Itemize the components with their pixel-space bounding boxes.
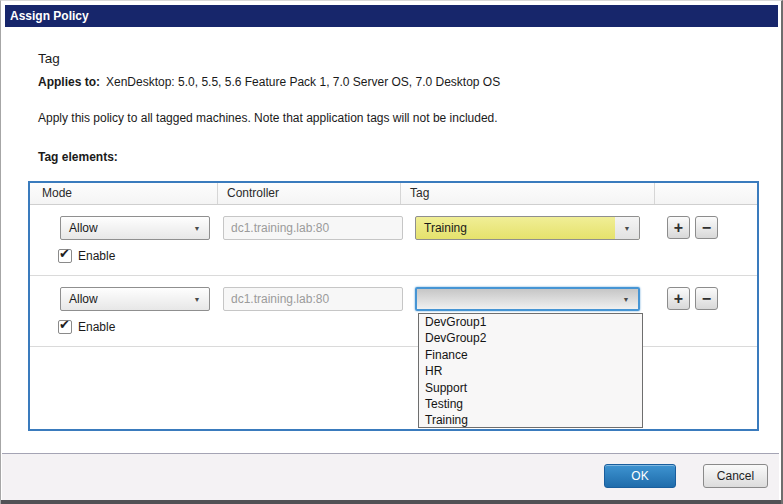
dialog-footer: OK Cancel <box>2 453 779 500</box>
tag-option[interactable]: HR <box>419 363 642 379</box>
tag-option[interactable]: DevGroup1 <box>419 314 642 330</box>
remove-row-button[interactable]: − <box>695 287 718 310</box>
controller-field[interactable] <box>223 216 403 240</box>
mode-dropdown-value: Allow <box>69 292 98 306</box>
check-icon: ✔ <box>59 246 70 261</box>
tag-elements-table: Mode Controller Tag Allow ▼ <box>28 181 759 431</box>
tag-dropdown-value: Training <box>424 221 467 235</box>
tag-elements-label: Tag elements: <box>5 150 777 164</box>
mode-dropdown[interactable]: Allow ▼ <box>60 216 210 240</box>
applies-to-line: Applies to:XenDesktop: 5.0, 5.5, 5.6 Fea… <box>5 75 777 89</box>
mode-dropdown[interactable]: Allow ▼ <box>60 287 210 311</box>
add-row-button[interactable]: + <box>667 287 690 310</box>
table-header-row: Mode Controller Tag <box>30 183 757 205</box>
window-bottom-edge <box>1 500 781 504</box>
enable-label: Enable <box>78 249 115 263</box>
tag-option[interactable]: Finance <box>419 347 642 363</box>
enable-checkbox[interactable]: ✔ <box>58 320 72 334</box>
table-row: Allow ▼ ▼ + − <box>30 276 757 347</box>
chevron-down-icon: ▼ <box>615 217 639 239</box>
column-header-controller: Controller <box>218 183 401 204</box>
column-header-actions <box>655 183 757 204</box>
tag-option[interactable]: DevGroup2 <box>419 330 642 346</box>
enable-label: Enable <box>78 320 115 334</box>
cancel-button[interactable]: Cancel <box>703 464 768 488</box>
dialog-title: Assign Policy <box>10 9 89 23</box>
ok-button[interactable]: OK <box>604 464 676 488</box>
enable-checkbox[interactable]: ✔ <box>58 249 72 263</box>
applies-to-value: XenDesktop: 5.0, 5.5, 5.6 Feature Pack 1… <box>106 75 500 89</box>
dialog-content: Tag Applies to:XenDesktop: 5.0, 5.5, 5.6… <box>5 27 777 431</box>
tag-option[interactable]: Support <box>419 380 642 396</box>
remove-row-button[interactable]: − <box>695 216 718 239</box>
controller-field[interactable] <box>223 287 403 311</box>
tag-option[interactable]: Training <box>419 412 642 428</box>
check-icon: ✔ <box>59 317 70 332</box>
dialog-titlebar: Assign Policy <box>5 5 778 27</box>
add-row-button[interactable]: + <box>667 216 690 239</box>
column-header-tag: Tag <box>401 183 655 204</box>
assign-policy-dialog: Assign Policy Tag Applies to:XenDesktop:… <box>0 0 783 504</box>
mode-dropdown-value: Allow <box>69 221 98 235</box>
chevron-down-icon: ▼ <box>185 217 209 239</box>
column-header-mode: Mode <box>30 183 218 204</box>
tag-dropdown-open[interactable]: ▼ <box>415 287 640 311</box>
table-row: Allow ▼ Training ▼ + <box>30 205 757 276</box>
policy-setting-title: Tag <box>5 51 777 66</box>
chevron-down-icon: ▼ <box>614 289 638 309</box>
tag-dropdown-list: DevGroup1 DevGroup2 Finance HR Support T… <box>418 313 643 428</box>
policy-description: Apply this policy to all tagged machines… <box>5 111 777 125</box>
applies-to-label: Applies to: <box>38 75 100 89</box>
chevron-down-icon: ▼ <box>185 288 209 310</box>
tag-dropdown-selected[interactable]: Training ▼ <box>415 216 640 240</box>
tag-option[interactable]: Testing <box>419 396 642 412</box>
